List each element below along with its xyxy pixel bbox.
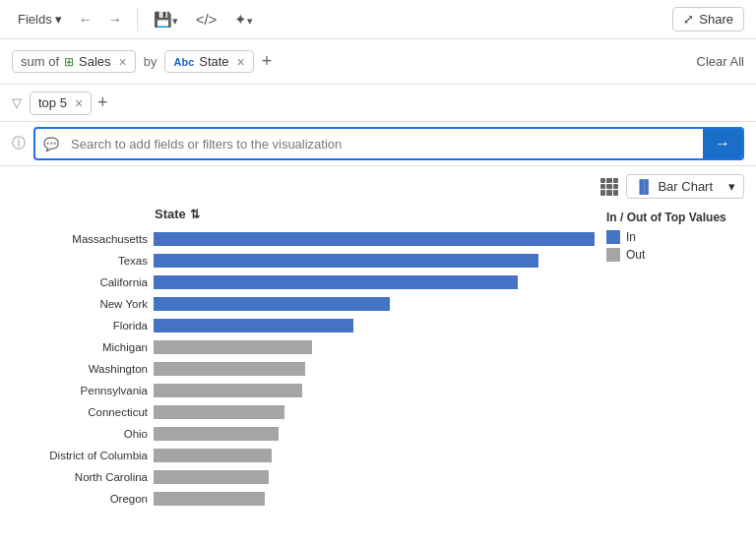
- chart-container: State ⇅ MassachusettsTexasCaliforniaNew …: [0, 207, 756, 516]
- bar-label: Texas: [12, 255, 148, 267]
- add-filter-button[interactable]: +: [262, 51, 273, 72]
- bar-out[interactable]: [154, 492, 265, 506]
- table-row: Michigan: [12, 337, 595, 357]
- bar-in[interactable]: [154, 232, 595, 246]
- table-row: New York: [12, 294, 595, 314]
- bar-track: [154, 362, 595, 376]
- bar-out[interactable]: [154, 449, 272, 462]
- table-icon: [600, 178, 618, 196]
- table-row: Pennsylvania: [12, 381, 595, 400]
- bar-track: [154, 449, 595, 462]
- bar-out[interactable]: [154, 340, 312, 354]
- bar-label: California: [12, 276, 148, 288]
- top-label: top 5: [38, 95, 67, 110]
- bar-in[interactable]: [154, 319, 353, 332]
- bar-out[interactable]: [154, 470, 269, 484]
- fields-label: Fields: [18, 12, 52, 27]
- bar-track: [154, 319, 595, 332]
- table-row: Washington: [12, 359, 595, 379]
- bar-track: [154, 470, 595, 484]
- bar-label: District of Columbia: [12, 450, 148, 461]
- table-row: Florida: [12, 316, 595, 335]
- top-filter-pill[interactable]: top 5 ×: [30, 91, 92, 115]
- bar-out[interactable]: [154, 405, 284, 419]
- table-row: Massachusetts: [12, 229, 595, 249]
- bar-in[interactable]: [154, 254, 538, 268]
- search-submit-button[interactable]: →: [703, 129, 742, 158]
- bar-track: [154, 297, 595, 311]
- bar-track: [154, 427, 595, 441]
- legend-in-label: In: [626, 230, 636, 244]
- share-button[interactable]: ⤢ Share: [672, 7, 744, 31]
- bar-track: [154, 405, 595, 419]
- chart-type-dropdown[interactable]: ▐▌ Bar Chart ▾: [626, 174, 744, 199]
- table-row: Oregon: [12, 489, 595, 509]
- bar-in[interactable]: [154, 275, 518, 289]
- info-icon[interactable]: ⓘ: [12, 135, 26, 152]
- table-row: Ohio: [12, 424, 595, 444]
- viz-toolbar: ▐▌ Bar Chart ▾: [0, 166, 756, 207]
- remove-sales-button[interactable]: ×: [116, 55, 127, 69]
- filter-icon: ▽: [12, 95, 22, 110]
- chevron-down-icon: ▾: [55, 12, 62, 27]
- back-button[interactable]: ←: [74, 9, 97, 30]
- magic-icon: ✦: [234, 11, 247, 28]
- magic-button[interactable]: ✦▾: [228, 8, 259, 31]
- bar-track: [154, 232, 595, 246]
- legend-out-label: Out: [626, 248, 645, 262]
- bar-label: New York: [12, 298, 148, 310]
- bar-in[interactable]: [154, 297, 390, 311]
- table-view-button[interactable]: [600, 178, 618, 196]
- sub-filter-row: ▽ top 5 × +: [0, 85, 756, 122]
- bar-out[interactable]: [154, 427, 279, 441]
- state-label: State: [199, 54, 228, 69]
- save-icon-button[interactable]: 💾▾: [148, 8, 184, 31]
- bar-label: Ohio: [12, 428, 148, 440]
- clear-all-button[interactable]: Clear All: [697, 54, 744, 69]
- bar-track: [154, 384, 595, 397]
- bar-label: Massachusetts: [12, 233, 148, 245]
- forward-button[interactable]: →: [103, 9, 127, 30]
- search-container: 💬 →: [33, 127, 744, 160]
- legend-in-item: In: [606, 230, 744, 244]
- legend-out-item: Out: [606, 248, 744, 262]
- sales-filter-pill[interactable]: sum of ⊞ Sales ×: [12, 50, 136, 73]
- search-input[interactable]: [67, 131, 703, 157]
- abc-icon: Abc: [173, 56, 194, 68]
- bar-track: [154, 254, 595, 268]
- bar-out[interactable]: [154, 384, 302, 397]
- sales-label: Sales: [79, 54, 111, 69]
- table-row: Connecticut: [12, 402, 595, 422]
- chart-type-label: Bar Chart: [658, 179, 713, 194]
- bar-label: Michigan: [12, 341, 148, 353]
- bar-label: Florida: [12, 320, 148, 332]
- legend-title: In / Out of Top Values: [606, 211, 744, 224]
- viz-area: ▐▌ Bar Chart ▾ State ⇅ MassachusettsTexa…: [0, 165, 756, 516]
- state-filter-pill[interactable]: Abc State ×: [164, 50, 253, 73]
- sort-icon[interactable]: ⇅: [190, 208, 200, 221]
- toolbar: Fields ▾ ← → 💾▾ </> ✦▾ ⤢ Share: [0, 0, 756, 39]
- legend: In / Out of Top Values In Out: [606, 207, 744, 509]
- table-row: Texas: [12, 251, 595, 271]
- chart-type-chevron: ▾: [728, 179, 735, 194]
- code-icon: </>: [196, 11, 218, 28]
- chart-main: State ⇅ MassachusettsTexasCaliforniaNew …: [12, 207, 595, 509]
- legend-out-swatch: [606, 248, 620, 262]
- search-row: ⓘ 💬 →: [0, 122, 756, 165]
- bar-chart-icon: ▐▌: [635, 179, 653, 194]
- chart-header-label: State: [155, 207, 186, 221]
- bar-out[interactable]: [154, 362, 305, 376]
- remove-state-button[interactable]: ×: [234, 55, 245, 69]
- table-row: North Carolina: [12, 467, 595, 487]
- add-sub-filter-button[interactable]: +: [97, 92, 108, 113]
- chat-icon: 💬: [35, 137, 67, 151]
- bar-label: North Carolina: [12, 471, 148, 483]
- share-icon: ⤢: [683, 12, 694, 27]
- save-icon: 💾: [154, 11, 172, 28]
- fields-button[interactable]: Fields ▾: [12, 9, 68, 30]
- chart-header: State ⇅: [12, 207, 595, 221]
- remove-top-button[interactable]: ×: [72, 95, 83, 111]
- table-row: California: [12, 272, 595, 292]
- code-button[interactable]: </>: [190, 8, 223, 30]
- bar-label: Washington: [12, 363, 148, 375]
